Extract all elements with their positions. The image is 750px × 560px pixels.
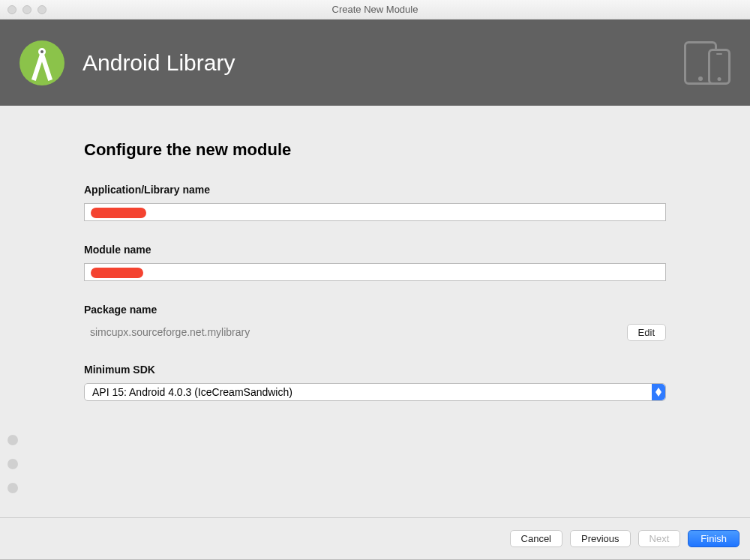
field-package-name: Package name simcupx.sourceforge.net.myl…	[84, 304, 666, 341]
wizard-window: Create New Module Android Library Config…	[0, 0, 750, 560]
input-module-name[interactable]	[84, 263, 666, 281]
package-name-value: simcupx.sourceforge.net.mylibrary	[84, 323, 620, 341]
finish-button[interactable]: Finish	[688, 530, 740, 547]
content-area: Configure the new module Application/Lib…	[0, 106, 750, 517]
indicator-dot	[8, 435, 18, 445]
edit-package-button[interactable]: Edit	[627, 324, 666, 341]
previous-button[interactable]: Previous	[570, 530, 631, 547]
section-title: Configure the new module	[84, 140, 666, 160]
devices-icon	[684, 41, 730, 85]
cancel-button[interactable]: Cancel	[510, 530, 562, 547]
input-app-library-name[interactable]	[84, 203, 666, 221]
window-title: Create New Module	[0, 4, 750, 15]
field-minimum-sdk: Minimum SDK API 15: Android 4.0.3 (IceCr…	[84, 364, 666, 401]
field-app-library-name: Application/Library name	[84, 184, 666, 221]
label-package-name: Package name	[84, 304, 666, 316]
titlebar: Create New Module	[0, 0, 750, 19]
side-indicator-dots	[8, 435, 18, 493]
indicator-dot	[8, 483, 18, 493]
select-minimum-sdk-value: API 15: Android 4.0.3 (IceCreamSandwich)	[92, 386, 652, 398]
android-studio-icon	[20, 40, 64, 85]
select-minimum-sdk[interactable]: API 15: Android 4.0.3 (IceCreamSandwich)	[84, 383, 666, 401]
next-button: Next	[638, 530, 681, 547]
label-minimum-sdk: Minimum SDK	[84, 364, 666, 376]
banner-title: Android Library	[82, 50, 235, 76]
label-app-library-name: Application/Library name	[84, 184, 666, 196]
field-module-name: Module name	[84, 244, 666, 281]
label-module-name: Module name	[84, 244, 666, 256]
phone-icon	[708, 49, 730, 85]
redacted-value	[91, 208, 146, 218]
indicator-dot	[8, 459, 18, 469]
dropdown-arrows-icon	[652, 384, 665, 400]
footer: Cancel Previous Next Finish	[0, 517, 750, 559]
banner: Android Library	[0, 19, 750, 106]
redacted-value	[91, 268, 143, 278]
